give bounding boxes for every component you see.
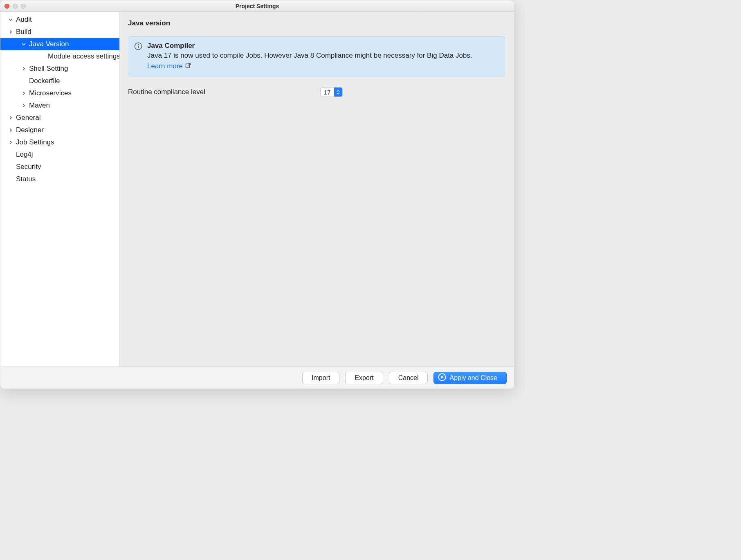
compliance-label: Routine compliance level	[128, 88, 320, 96]
chevron-right-icon	[21, 91, 27, 95]
chevron-right-icon	[8, 116, 13, 120]
import-button[interactable]: Import	[302, 372, 339, 384]
sidebar-item-label: Log4j	[16, 151, 33, 159]
chevron-down-icon	[21, 42, 27, 46]
sidebar-item-label: Dockerfile	[29, 77, 60, 85]
info-title: Java Compiler	[147, 42, 498, 50]
sidebar-item-audit[interactable]: Audit	[0, 13, 119, 26]
content-panel: Java version Java Compiler Java 17 is no…	[120, 12, 514, 367]
chevron-right-icon	[8, 30, 13, 34]
minimize-window-button[interactable]	[13, 4, 18, 9]
sidebar-item-label: Shell Setting	[29, 65, 68, 73]
footer: Import Export Cancel Apply and Close	[0, 367, 514, 389]
learn-more-link[interactable]: Learn more	[147, 62, 191, 70]
export-button[interactable]: Export	[345, 372, 383, 384]
window-title: Project Settings	[0, 3, 514, 9]
sidebar-item-label: Audit	[16, 16, 32, 24]
close-window-button[interactable]	[4, 4, 9, 9]
external-link-icon	[185, 62, 191, 70]
sidebar-item-status[interactable]: Status	[0, 173, 119, 185]
svg-rect-2	[138, 46, 139, 48]
sidebar-item-designer[interactable]: Designer	[0, 124, 119, 136]
titlebar: Project Settings	[0, 0, 514, 12]
sidebar-item-label: Module access settings	[48, 52, 120, 61]
play-circle-icon	[438, 373, 446, 383]
page-title: Java version	[128, 19, 505, 27]
select-value: 17	[321, 88, 334, 97]
zoom-window-button[interactable]	[21, 4, 26, 9]
chevron-right-icon	[21, 67, 27, 71]
sidebar-item-label: Microservices	[29, 89, 72, 97]
cancel-button[interactable]: Cancel	[389, 372, 428, 384]
info-text: Java 17 is now used to compile Jobs. How…	[147, 52, 498, 60]
sidebar-item-shell-setting[interactable]: Shell Setting	[0, 63, 119, 75]
sidebar-item-maven[interactable]: Maven	[0, 99, 119, 112]
sidebar-item-build[interactable]: Build	[0, 26, 119, 38]
sidebar-item-general[interactable]: General	[0, 112, 119, 124]
select-stepper-icon	[334, 88, 342, 97]
sidebar-item-module-access[interactable]: Module access settings	[0, 50, 119, 63]
chevron-down-icon	[8, 18, 13, 22]
sidebar-item-label: Build	[16, 28, 31, 36]
sidebar-item-label: Java Version	[29, 40, 69, 48]
sidebar-item-label: Maven	[29, 101, 50, 110]
sidebar-item-label: Status	[16, 175, 36, 183]
chevron-right-icon	[21, 103, 27, 108]
sidebar-item-label: Job Settings	[16, 138, 54, 146]
button-label: Cancel	[398, 374, 419, 382]
sidebar-item-label: Security	[16, 163, 41, 171]
settings-window: Project Settings Audit Build Java Vers	[0, 0, 514, 389]
sidebar-item-job-settings[interactable]: Job Settings	[0, 136, 119, 148]
button-label: Apply and Close	[449, 374, 497, 382]
svg-point-1	[138, 44, 139, 45]
window-controls	[0, 4, 26, 9]
sidebar-item-label: General	[16, 114, 40, 122]
sidebar-item-dockerfile[interactable]: Dockerfile	[0, 75, 119, 87]
link-label: Learn more	[147, 62, 183, 70]
button-label: Export	[355, 374, 373, 382]
info-body: Java Compiler Java 17 is now used to com…	[147, 42, 498, 70]
sidebar-item-security[interactable]: Security	[0, 161, 119, 173]
sidebar-item-label: Designer	[16, 126, 44, 134]
chevron-right-icon	[8, 128, 13, 132]
info-icon	[134, 42, 142, 52]
sidebar: Audit Build Java Version Module access s…	[0, 12, 120, 367]
sidebar-item-microservices[interactable]: Microservices	[0, 87, 119, 99]
sidebar-item-log4j[interactable]: Log4j	[0, 148, 119, 161]
apply-close-button[interactable]: Apply and Close	[433, 372, 507, 384]
info-banner: Java Compiler Java 17 is now used to com…	[128, 36, 505, 76]
compliance-row: Routine compliance level 17	[128, 87, 505, 97]
window-body: Audit Build Java Version Module access s…	[0, 12, 514, 367]
compliance-select[interactable]: 17	[320, 87, 343, 97]
sidebar-item-java-version[interactable]: Java Version	[0, 38, 119, 50]
button-label: Import	[312, 374, 330, 382]
chevron-right-icon	[8, 140, 13, 144]
